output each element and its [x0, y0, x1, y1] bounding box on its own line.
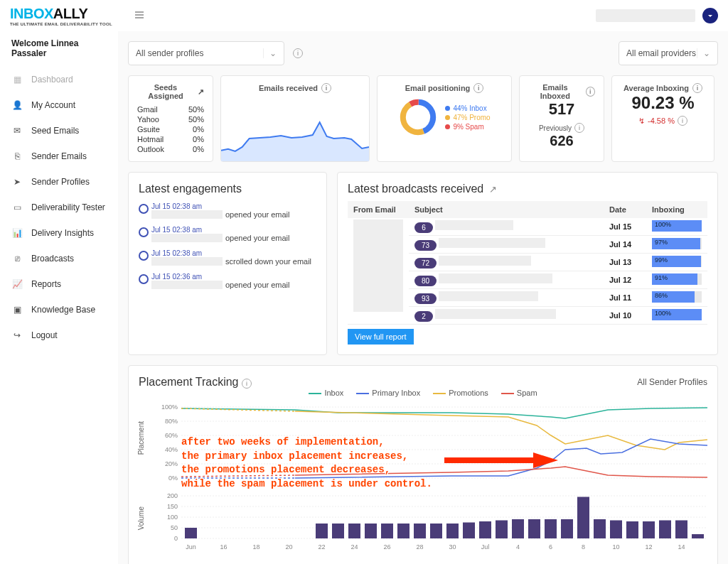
svg-text:14: 14 [678, 543, 685, 551]
svg-rect-37 [381, 524, 393, 538]
email-positioning-card: Email positioning i 44% Inbox47% Promo9%… [377, 75, 512, 162]
nav-label: Broadcasts [31, 254, 74, 264]
sidebar-item-seed-emails[interactable]: ✉Seed Emails [0, 118, 118, 143]
positioning-title: Email positioning [405, 84, 471, 92]
svg-text:4: 4 [516, 543, 520, 551]
sidebar-item-broadcasts[interactable]: ⎚Broadcasts [0, 246, 118, 271]
svg-text:24: 24 [350, 543, 358, 551]
info-icon[interactable]: i [321, 83, 331, 93]
nav-label: Seed Emails [31, 126, 79, 136]
nav-icon: ↪ [11, 330, 23, 341]
svg-rect-45 [512, 519, 524, 538]
nav-label: Dashboard [31, 75, 73, 85]
engagement-item: Jul 15 02:38 am opened your email [139, 202, 316, 219]
placement-chart: Placement Volume 100%80%60%40%20%0% [139, 400, 707, 556]
svg-text:30: 30 [449, 543, 456, 551]
placement-title: Placement Tracking [139, 376, 239, 388]
external-link-icon[interactable]: ↗ [198, 87, 204, 97]
annotation-arrow-icon [444, 450, 558, 471]
sidebar-item-deliverability-tester[interactable]: ▭Deliverability Tester [0, 195, 118, 220]
broadcast-date: Jul 11 [604, 289, 646, 307]
emails-inboxed-card: Emails Inboxed i 517 Previously i 626 [519, 75, 604, 162]
subject-redacted [435, 220, 513, 230]
emails-received-card: Emails received i [220, 75, 370, 162]
email-provider-select[interactable]: All email providers ⌄ [619, 41, 718, 65]
info-icon[interactable]: i [242, 379, 252, 389]
trend-down-icon: ↯ [638, 116, 645, 126]
sidebar-item-delivery-insights[interactable]: 📊Delivery Insights [0, 220, 118, 246]
chevron-down-icon: ⌄ [697, 48, 710, 58]
seeds-title: Seeds Assigned [137, 83, 194, 100]
nav-label: Delivery Insights [31, 228, 94, 238]
seed-row: Gsuite0% [137, 124, 204, 134]
sidebar-item-knowledge-base[interactable]: ▣Knowledge Base [0, 297, 118, 322]
broadcasts-title: Latest broadcasts received [348, 183, 483, 195]
nav-icon: 📊 [11, 227, 23, 239]
svg-rect-53 [643, 521, 655, 538]
main-content: All sender profiles ⌄ i All email provid… [118, 31, 728, 564]
svg-text:100%: 100% [161, 403, 178, 411]
inboxing-bar: 100% [652, 220, 702, 232]
user-avatar-dropdown[interactable] [702, 8, 718, 23]
logo[interactable]: INBOXALLY THE ULTIMATE EMAIL DELIVERABIL… [10, 6, 112, 26]
latest-engagements-card: Latest engagements Jul 15 02:38 am opene… [128, 172, 327, 355]
nav-icon: 📈 [11, 278, 23, 290]
external-link-icon[interactable]: ↗ [489, 184, 497, 195]
info-icon[interactable]: i [678, 116, 687, 126]
info-icon[interactable]: i [473, 83, 483, 93]
subject-redacted [439, 273, 552, 283]
email-provider-value: All email providers [626, 48, 696, 58]
svg-text:40%: 40% [165, 446, 178, 453]
info-icon[interactable]: i [574, 123, 584, 133]
positioning-legend-item: 44% Inbox [445, 104, 490, 113]
positioning-legend-item: 47% Promo [445, 113, 490, 122]
nav-icon: ✉ [11, 125, 23, 136]
sender-profile-select[interactable]: All sender profiles ⌄ [128, 41, 284, 65]
sidebar-item-my-account[interactable]: 👤My Account [0, 92, 118, 118]
svg-rect-51 [610, 521, 622, 539]
info-icon[interactable]: i [586, 87, 595, 97]
svg-text:100: 100 [167, 514, 178, 521]
svg-text:16: 16 [220, 543, 227, 551]
sidebar-item-reports[interactable]: 📈Reports [0, 271, 118, 297]
info-icon[interactable]: i [692, 83, 702, 93]
legend-entry: Spam [501, 389, 537, 397]
svg-text:12: 12 [645, 543, 652, 551]
svg-text:0: 0 [174, 535, 178, 542]
broadcasts-table: From Email Subject Date Inboxing 6 Jul 1… [348, 201, 707, 325]
logo-part1: INBOX [10, 6, 53, 21]
svg-text:20%: 20% [165, 460, 178, 467]
nav-label: Deliverability Tester [31, 202, 105, 212]
svg-text:18: 18 [252, 543, 259, 551]
svg-text:26: 26 [383, 543, 390, 551]
annotation-text: after two weeks of implementation, the p… [181, 435, 432, 491]
col-subject: Subject [409, 201, 604, 218]
seeds-assigned-card: Seeds Assigned ↗ Gmail50%Yahoo50%Gsuite0… [128, 75, 213, 162]
engagement-item: Jul 15 02:36 am opened your email [139, 273, 316, 289]
svg-text:80%: 80% [165, 418, 178, 425]
sidebar-item-sender-emails[interactable]: ⎘Sender Emails [0, 143, 118, 169]
subject-count-pill: 2 [414, 311, 433, 322]
view-full-report-button[interactable]: View full report [348, 329, 414, 345]
average-inboxing-card: Average Inboxing i 90.23 % ↯-4.58 % i [611, 75, 714, 162]
placement-legend: InboxPrimary InboxPromotionsSpam [139, 389, 707, 397]
svg-rect-50 [594, 519, 606, 538]
inboxing-bar: 86% [652, 291, 702, 303]
y-axis-volume-label: Volume [137, 506, 145, 530]
logo-part2: ALLY [53, 6, 87, 21]
inboxing-bar: 97% [652, 238, 702, 249]
welcome-message: Welcome Linnea Passaler [0, 38, 118, 67]
nav-label: Logout [31, 330, 58, 340]
sidebar-item-dashboard[interactable]: ▦Dashboard [0, 67, 118, 92]
seed-row: Yahoo50% [137, 114, 204, 124]
sidebar-item-sender-profiles[interactable]: ➤Sender Profiles [0, 169, 118, 195]
inboxed-prev-value: 626 [528, 133, 595, 149]
info-icon[interactable]: i [293, 48, 303, 58]
sidebar-item-logout[interactable]: ↪Logout [0, 322, 118, 348]
menu-toggle-icon[interactable] [134, 9, 145, 23]
seed-row: Outlook0% [137, 144, 204, 154]
subject-redacted [439, 238, 545, 248]
subject-count-pill: 93 [414, 293, 437, 304]
emails-received-title: Emails received [259, 84, 318, 92]
sender-profile-value: All sender profiles [136, 48, 203, 58]
